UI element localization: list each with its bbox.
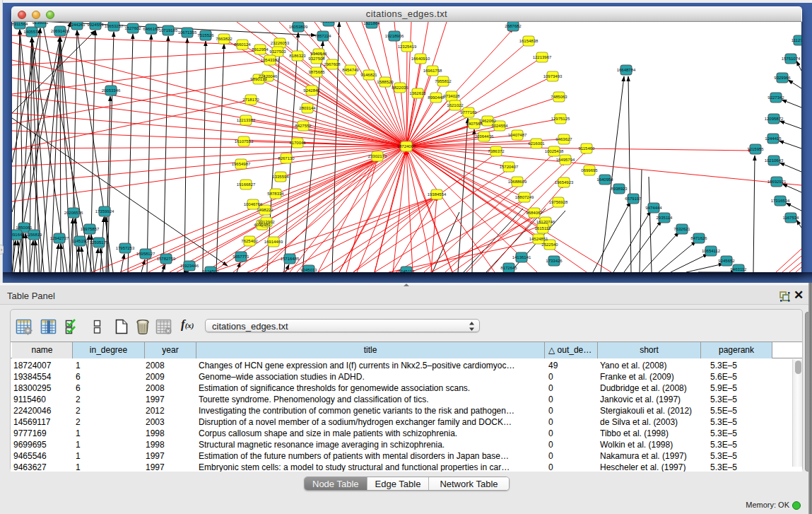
svg-text:10654112: 10654112 [702, 249, 721, 253]
svg-text:1362615: 1362615 [409, 91, 426, 95]
svg-text:8186323: 8186323 [289, 54, 306, 58]
svg-text:9657771: 9657771 [233, 255, 249, 259]
svg-text:7625402: 7625402 [241, 239, 258, 243]
svg-text:8454749: 8454749 [342, 68, 359, 72]
svg-text:1527602: 1527602 [124, 26, 141, 30]
svg-text:10653257: 10653257 [105, 24, 124, 28]
svg-text:8813054: 8813054 [320, 22, 337, 23]
svg-text:6579197: 6579197 [625, 197, 642, 201]
svg-text:8938923: 8938923 [611, 187, 628, 191]
svg-text:19756928: 19756928 [549, 200, 568, 204]
svg-text:9684067: 9684067 [526, 211, 543, 215]
svg-text:15716485: 15716485 [281, 257, 300, 261]
svg-text:8660124: 8660124 [234, 42, 251, 47]
svg-text:1640954: 1640954 [596, 177, 613, 182]
svg-text:9242845: 9242845 [303, 88, 320, 93]
svg-text:14524851: 14524851 [529, 237, 548, 241]
svg-text:20053346: 20053346 [102, 88, 121, 93]
svg-text:9329966: 9329966 [774, 76, 791, 80]
svg-text:9124502: 9124502 [202, 269, 219, 273]
svg-text:16495794: 16495794 [556, 158, 575, 162]
svg-text:8990448: 8990448 [428, 95, 445, 100]
svg-text:7632621: 7632621 [673, 227, 690, 231]
svg-text:1335594: 1335594 [272, 175, 289, 179]
svg-text:20364436: 20364436 [475, 134, 494, 139]
svg-text:12975125: 12975125 [551, 117, 570, 121]
svg-text:9313902: 9313902 [258, 220, 275, 224]
svg-text:5878334: 5878334 [267, 192, 284, 196]
svg-text:9463627: 9463627 [555, 137, 572, 141]
svg-text:3024554: 3024554 [491, 124, 508, 128]
svg-text:7244261: 7244261 [69, 23, 86, 27]
svg-text:8267130: 8267130 [278, 156, 295, 160]
svg-text:3875685: 3875685 [308, 70, 325, 74]
svg-text:7485063: 7485063 [551, 95, 567, 99]
svg-text:12325419: 12325419 [398, 45, 417, 49]
svg-text:1391640: 1391640 [12, 233, 25, 237]
svg-text:10407487: 10407487 [508, 133, 527, 137]
svg-text:0699695: 0699695 [581, 168, 598, 173]
svg-text:9115460: 9115460 [579, 146, 596, 151]
svg-text:1167534: 1167534 [783, 216, 800, 220]
svg-text:1112705: 1112705 [792, 38, 801, 42]
svg-text:7857224: 7857224 [314, 34, 331, 38]
svg-text:9245013: 9245013 [300, 268, 317, 272]
svg-text:8245113: 8245113 [399, 269, 416, 273]
svg-text:17359924: 17359924 [95, 209, 114, 214]
svg-text:1850061: 1850061 [16, 226, 33, 230]
svg-text:7515526: 7515526 [197, 33, 214, 37]
svg-text:20206576: 20206576 [64, 211, 83, 215]
svg-text:14136141: 14136141 [512, 255, 531, 259]
svg-text:8427552: 8427552 [295, 124, 312, 128]
svg-text:2522540: 2522540 [541, 243, 558, 247]
svg-text:10543382: 10543382 [261, 58, 280, 62]
svg-text:9135011: 9135011 [33, 22, 49, 25]
svg-text:10210643: 10210643 [765, 158, 784, 163]
svg-text:15720407: 15720407 [500, 165, 519, 169]
svg-text:8172645: 8172645 [500, 266, 517, 270]
svg-text:18724007: 18724007 [397, 144, 416, 148]
svg-text:17957253: 17957253 [116, 246, 135, 250]
svg-text:2718170: 2718170 [242, 98, 259, 102]
svg-text:12942737: 12942737 [50, 236, 69, 240]
svg-text:9024553: 9024553 [87, 23, 104, 27]
svg-text:6466160: 6466160 [143, 27, 160, 31]
svg-text:1921864: 1921864 [363, 22, 380, 25]
svg-text:15751074: 15751074 [782, 57, 801, 61]
svg-text:12095872: 12095872 [765, 117, 784, 121]
svg-text:8311564: 8311564 [12, 22, 28, 26]
svg-text:1588520: 1588520 [377, 80, 394, 84]
svg-text:12505175: 12505175 [90, 240, 109, 245]
svg-text:1156819: 1156819 [26, 233, 43, 237]
svg-text:9146821: 9146821 [360, 73, 377, 77]
svg-text:1405571: 1405571 [23, 30, 40, 34]
svg-text:9327503: 9327503 [269, 49, 286, 54]
svg-text:1733426: 1733426 [546, 259, 563, 263]
svg-text:12213967: 12213967 [533, 55, 552, 59]
svg-text:3215955: 3215955 [747, 147, 764, 151]
svg-text:2935114: 2935114 [657, 216, 673, 220]
svg-text:19166827: 19166827 [237, 182, 256, 187]
svg-text:16782759: 16782759 [157, 257, 176, 261]
svg-text:16648784: 16648784 [617, 68, 636, 72]
svg-text:10958127: 10958127 [136, 252, 155, 256]
svg-text:12213382: 12213382 [237, 118, 256, 122]
svg-text:7386372: 7386372 [488, 149, 505, 153]
svg-text:10671355: 10671355 [178, 30, 197, 35]
svg-text:10025438: 10025438 [545, 149, 564, 153]
svg-text:23302173: 23302173 [368, 154, 387, 158]
svg-text:16154838: 16154838 [519, 39, 539, 43]
svg-text:8912954: 8912954 [252, 47, 269, 52]
svg-text:10973493: 10973493 [543, 74, 563, 78]
svg-text:7955812: 7955812 [435, 79, 452, 83]
svg-text:19218906: 19218906 [385, 34, 404, 38]
svg-text:8822035: 8822035 [392, 86, 408, 90]
svg-text:11923446: 11923446 [180, 264, 199, 268]
svg-text:9340546: 9340546 [310, 52, 327, 56]
svg-text:7663822: 7663822 [216, 37, 233, 41]
svg-text:1244415: 1244415 [765, 136, 782, 141]
svg-text:9227342: 9227342 [767, 95, 784, 100]
svg-text:20691406: 20691406 [51, 29, 70, 33]
svg-text:1498222: 1498222 [257, 208, 273, 212]
svg-text:18807249: 18807249 [515, 195, 534, 199]
